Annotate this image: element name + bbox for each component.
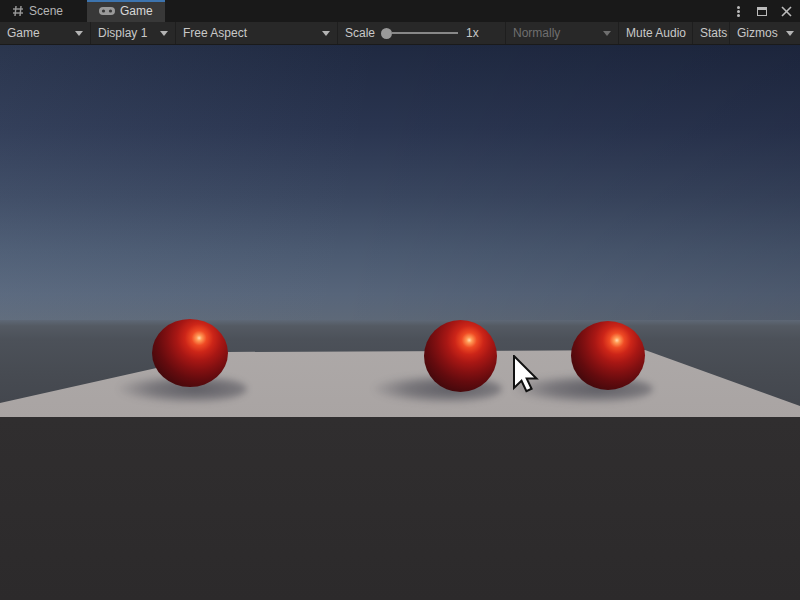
play-mode-popup-label: Normally <box>513 26 560 40</box>
tab-scene-label: Scene <box>29 4 63 18</box>
window-controls <box>730 0 800 22</box>
game-view-toolbar: Game Display 1 Free Aspect Scale 1x Norm… <box>0 22 800 45</box>
scale-label: Scale <box>345 26 375 40</box>
gizmos-popup[interactable]: Gizmos <box>730 22 799 44</box>
maximize-icon[interactable] <box>754 3 770 19</box>
chevron-down-icon <box>603 31 611 36</box>
game-viewport[interactable] <box>0 45 800 600</box>
tab-bar: Scene Game <box>0 0 800 22</box>
play-mode-popup[interactable]: Normally <box>506 22 618 44</box>
aspect-ratio-popup-label: Free Aspect <box>183 26 247 40</box>
mute-audio-label: Mute Audio <box>626 26 686 40</box>
stats-button[interactable]: Stats <box>693 22 729 44</box>
red-sphere-right <box>571 321 645 390</box>
gamepad-icon <box>99 6 115 16</box>
stats-label: Stats <box>700 26 727 40</box>
scale-slider-knob[interactable] <box>381 28 392 39</box>
viewport-bottom-area <box>0 417 800 600</box>
chevron-down-icon <box>75 31 83 36</box>
red-sphere-left <box>152 319 228 387</box>
chevron-down-icon <box>786 31 794 36</box>
grid-icon <box>12 5 24 17</box>
game-view-popup-label: Game <box>7 26 40 40</box>
mute-audio-button[interactable]: Mute Audio <box>619 22 692 44</box>
arrow-cursor-icon <box>512 355 540 397</box>
aspect-ratio-popup[interactable]: Free Aspect <box>176 22 337 44</box>
scale-slider[interactable] <box>381 28 458 39</box>
red-sphere-middle <box>424 320 497 392</box>
scale-value: 1x <box>466 26 479 40</box>
display-popup-label: Display 1 <box>98 26 147 40</box>
kebab-menu-icon[interactable] <box>730 3 746 19</box>
chevron-down-icon <box>322 31 330 36</box>
tab-scene[interactable]: Scene <box>0 0 75 22</box>
tab-game[interactable]: Game <box>87 0 165 22</box>
game-view-popup[interactable]: Game <box>0 22 90 44</box>
gizmos-popup-label: Gizmos <box>737 26 778 40</box>
scale-control: Scale 1x <box>338 22 505 44</box>
tab-game-label: Game <box>120 4 153 18</box>
scale-slider-track[interactable] <box>392 32 458 34</box>
close-icon[interactable] <box>778 3 794 19</box>
chevron-down-icon <box>160 31 168 36</box>
skybox-sky <box>0 45 800 322</box>
display-popup[interactable]: Display 1 <box>91 22 175 44</box>
